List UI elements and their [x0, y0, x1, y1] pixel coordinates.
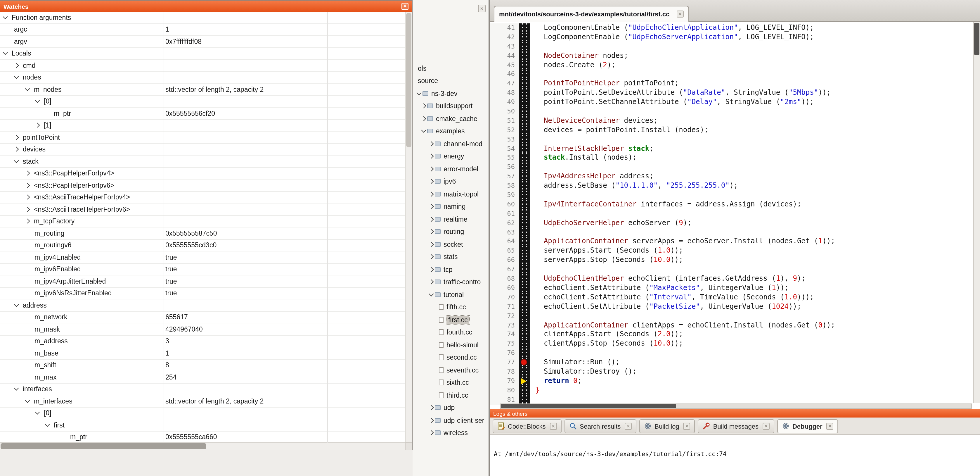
code-line[interactable]: 80}	[490, 386, 973, 395]
code-line[interactable]: 47 PointToPointHelper pointToPoint;	[490, 79, 973, 89]
vertical-scrollbar[interactable]	[405, 12, 412, 442]
watch-row[interactable]: m_address3	[0, 335, 405, 347]
watch-row[interactable]: m_max254	[0, 371, 405, 383]
watch-row[interactable]: pointToPoint	[0, 132, 405, 144]
code-line[interactable]: 81	[490, 395, 973, 404]
chevron-right-icon[interactable]	[14, 63, 19, 68]
code-line[interactable]: 57 Ipv4AddressHelper address;	[490, 172, 973, 182]
tree-item[interactable]: first.cc	[414, 313, 488, 326]
scrollbar-handle[interactable]	[406, 13, 411, 147]
code-area[interactable]: 41 LogComponentEnable ("UdpEchoClientApp…	[490, 23, 973, 404]
code-line[interactable]: 44 NodeContainer nodes;	[490, 51, 973, 61]
close-icon[interactable]: ×	[550, 422, 557, 430]
breakpoint-margin[interactable]	[519, 181, 530, 191]
code-line[interactable]: 69 echoClient.SetAttribute ("MaxPackets"…	[490, 284, 973, 293]
horizontal-scrollbar[interactable]	[500, 404, 972, 409]
chevron-right-icon[interactable]	[429, 204, 434, 209]
chevron-right-icon[interactable]	[429, 141, 434, 146]
chevron-right-icon[interactable]	[14, 135, 19, 140]
logs-titlebar[interactable]: Logs & others	[490, 409, 980, 417]
close-icon[interactable]: ×	[683, 422, 690, 430]
chevron-right-icon[interactable]	[35, 123, 40, 128]
tree-item[interactable]: examples	[414, 125, 488, 137]
breakpoint-margin[interactable]	[519, 135, 530, 144]
tree-item[interactable]: sixth.cc	[414, 376, 488, 389]
breakpoint-margin[interactable]	[519, 126, 530, 135]
breakpoint-margin[interactable]	[519, 51, 530, 61]
watch-row[interactable]: m_routingv60x5555555cd3c0	[0, 240, 405, 251]
code-line[interactable]: 75 clientApps.Stop (Seconds (10.0));	[490, 339, 973, 349]
watch-row[interactable]: [0]	[0, 96, 405, 108]
watch-row[interactable]: m_base1	[0, 347, 405, 359]
log-tab-debugger[interactable]: Debugger×	[777, 419, 838, 433]
chevron-right-icon[interactable]	[429, 192, 434, 196]
tree-item[interactable]: second.cc	[414, 351, 488, 364]
breakpoint-margin[interactable]	[519, 42, 530, 51]
watch-row[interactable]: address	[0, 299, 405, 311]
tree-item[interactable]: fourth.cc	[414, 326, 488, 339]
watch-row[interactable]: [1]	[0, 120, 405, 132]
watch-row[interactable]: devices	[0, 144, 405, 155]
tree-item[interactable]: cmake_cache	[414, 112, 488, 125]
code-line[interactable]: 46	[490, 70, 973, 79]
code-line[interactable]: 48 pointToPoint.SetDeviceAttribute ("Dat…	[490, 88, 973, 97]
editor-body[interactable]: 41 LogComponentEnable ("UdpEchoClientApp…	[490, 22, 980, 409]
breakpoint-margin[interactable]	[519, 302, 530, 311]
chevron-down-icon[interactable]	[35, 410, 40, 415]
breakpoint-margin[interactable]	[519, 107, 530, 117]
chevron-right-icon[interactable]	[25, 195, 30, 200]
chevron-down-icon[interactable]	[14, 302, 19, 307]
code-line[interactable]: 63	[490, 228, 973, 237]
scrollbar-handle[interactable]	[974, 23, 979, 55]
code-line[interactable]: 52 devices = pointToPoint.Install (nodes…	[490, 126, 973, 135]
breakpoint-margin[interactable]	[519, 274, 530, 284]
tree-item[interactable]: socket	[414, 238, 488, 251]
watch-row[interactable]: argc1	[0, 24, 405, 36]
watch-row[interactable]: m_ipv6NsRsJitterEnabledtrue	[0, 288, 405, 299]
chevron-right-icon[interactable]	[14, 147, 19, 152]
chevron-down-icon[interactable]	[3, 14, 8, 19]
breakpoint-margin[interactable]	[519, 117, 530, 126]
chevron-right-icon[interactable]	[429, 267, 434, 272]
close-icon[interactable]: ×	[827, 422, 834, 430]
breakpoint-margin[interactable]	[519, 237, 530, 246]
code-line[interactable]: 50	[490, 107, 973, 117]
breakpoint-margin[interactable]	[519, 377, 530, 386]
code-line[interactable]: 58 address.SetBase ("10.1.1.0", "255.255…	[490, 181, 973, 191]
code-line[interactable]: 68 UdpEchoClientHelper echoClient (inter…	[490, 274, 973, 284]
code-line[interactable]: 55 stack.Install (nodes);	[490, 153, 973, 163]
tree-item[interactable]: tutorial	[414, 288, 488, 301]
close-icon[interactable]: ×	[401, 3, 409, 10]
tree-item[interactable]: tcp	[414, 263, 488, 276]
code-line[interactable]: 66 serverApps.Stop (Seconds (10.0));	[490, 256, 973, 265]
code-line[interactable]: 42 LogComponentEnable ("UdpEchoServerApp…	[490, 33, 973, 42]
chevron-right-icon[interactable]	[25, 183, 30, 188]
watch-row[interactable]: m_ipv6Enabledtrue	[0, 264, 405, 275]
tree-item[interactable]: naming	[414, 200, 488, 213]
watch-row[interactable]: <ns3::AsciiTraceHelperForIpv6>	[0, 203, 405, 216]
watch-row[interactable]: <ns3::PcapHelperForIpv4>	[0, 168, 405, 179]
chevron-down-icon[interactable]	[25, 86, 30, 91]
code-line[interactable]: 79 return 0;	[490, 377, 973, 386]
tree-item[interactable]: routing	[414, 225, 488, 238]
tree-item[interactable]: channel-mod	[414, 137, 488, 150]
chevron-right-icon[interactable]	[422, 116, 426, 121]
tree-item[interactable]: third.cc	[414, 389, 488, 401]
code-line[interactable]: 61	[490, 209, 973, 219]
watch-row[interactable]: <ns3::AsciiTraceHelperForIpv4>	[0, 192, 405, 203]
code-line[interactable]: 56	[490, 163, 973, 172]
chevron-right-icon[interactable]	[429, 242, 434, 247]
watch-row[interactable]: m_mask4294967040	[0, 323, 405, 335]
breakpoint-margin[interactable]	[519, 97, 530, 107]
watch-row[interactable]: m_shift8	[0, 359, 405, 371]
tree-item[interactable]: source	[414, 75, 488, 87]
watch-row[interactable]: m_routing0x555555587c50	[0, 227, 405, 240]
watch-row[interactable]: m_interfacesstd::vector of length 2, cap…	[0, 395, 405, 407]
tree-item[interactable]: hello-simul	[414, 339, 488, 351]
close-icon[interactable]: ×	[763, 422, 770, 430]
code-line[interactable]: 73 ApplicationContainer clientApps = ech…	[490, 321, 973, 330]
chevron-down-icon[interactable]	[417, 90, 422, 95]
breakpoint-margin[interactable]	[519, 219, 530, 228]
breakpoint-margin[interactable]	[519, 339, 530, 349]
chevron-down-icon[interactable]	[14, 386, 19, 391]
